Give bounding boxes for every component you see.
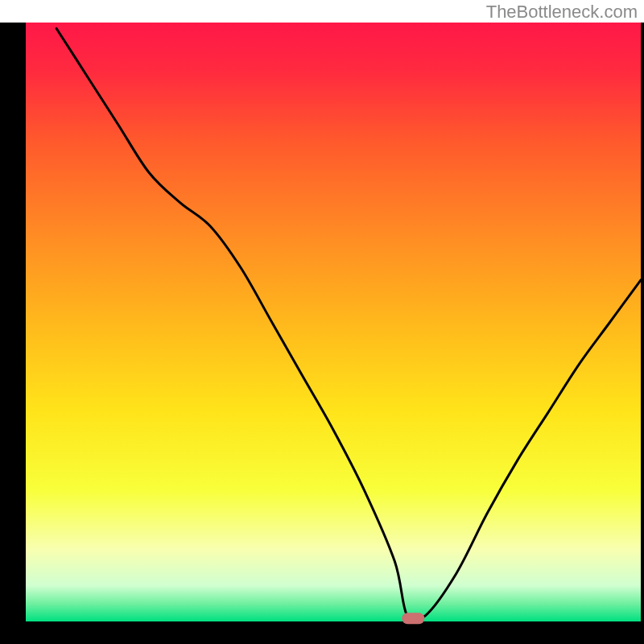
gradient-background (26, 23, 641, 621)
attribution-label: TheBottleneck.com (486, 2, 638, 23)
bottleneck-chart: TheBottleneck.com (0, 0, 644, 644)
plot-area (0, 23, 644, 644)
y-axis-bar (0, 23, 26, 644)
x-axis-bar (0, 621, 644, 644)
right-border (641, 23, 644, 621)
marker-optimal-point (402, 613, 424, 624)
chart-canvas (0, 0, 644, 644)
